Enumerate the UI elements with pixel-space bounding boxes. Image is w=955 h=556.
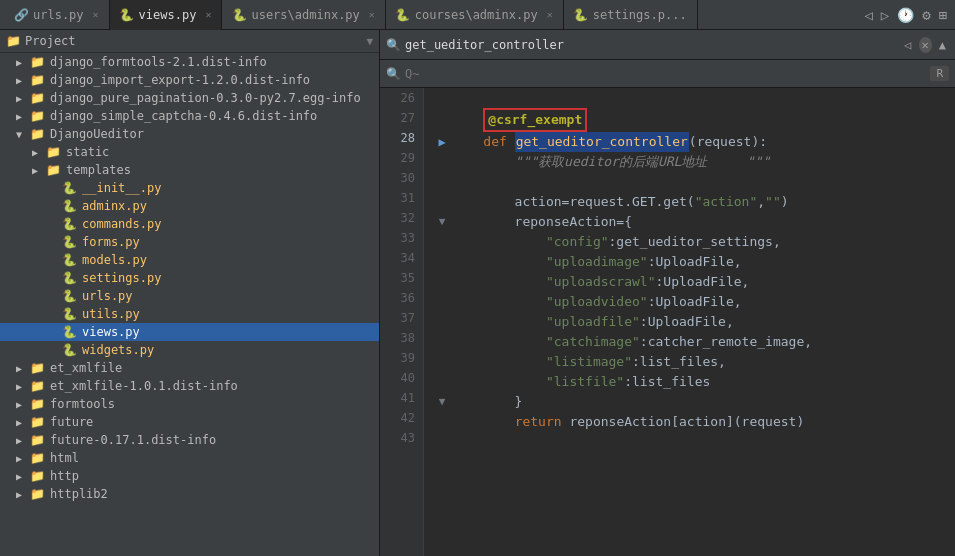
search-close-btn[interactable]: ✕ xyxy=(919,37,932,53)
code-line-28: ▶ def get_ueditor_controller(request): xyxy=(432,132,947,152)
tab-views-label: views.py xyxy=(139,8,197,22)
item-label: django_pure_pagination-0.3.0-py2.7.egg-i… xyxy=(50,91,379,105)
tab-urls-close[interactable]: ✕ xyxy=(93,9,99,20)
nav-back-btn[interactable]: ◁ xyxy=(862,5,874,25)
tab-settings-label: settings.p... xyxy=(593,8,687,22)
code-content[interactable]: @csrf_exempt ▶ def get_ueditor_controlle… xyxy=(424,88,955,556)
code-line-27: @csrf_exempt xyxy=(432,108,947,132)
folder-icon: 📁 xyxy=(30,451,46,465)
sidebar-item-django_formtools[interactable]: ▶ 📁 django_formtools-2.1.dist-info xyxy=(0,53,379,71)
sidebar-item-utils[interactable]: ▶ 🐍 utils.py xyxy=(0,305,379,323)
line-num-26: 26 xyxy=(388,88,415,108)
item-label: views.py xyxy=(82,325,379,339)
fn-name-highlight: get_ueditor_controller xyxy=(515,132,689,152)
line-num-40: 40 xyxy=(388,368,415,388)
line-num-41: 41 xyxy=(388,388,415,408)
line-num-31: 31 xyxy=(388,188,415,208)
py-file-icon: 🐍 xyxy=(62,307,78,321)
line-num-30: 30 xyxy=(388,168,415,188)
line-num-27: 27 xyxy=(388,108,415,128)
tab-users-adminx[interactable]: 🐍 users\adminx.py ✕ xyxy=(222,0,385,30)
settings-btn[interactable]: ⚙ xyxy=(920,5,932,25)
code-line-32: ▼ reponseAction={ xyxy=(432,212,947,232)
sidebar-item-settings[interactable]: ▶ 🐍 settings.py xyxy=(0,269,379,287)
replace-btn[interactable]: R xyxy=(930,66,949,81)
tab-actions: ◁ ▷ 🕐 ⚙ ⊞ xyxy=(862,5,955,25)
sidebar-settings-icon[interactable]: ▼ xyxy=(366,35,373,48)
item-label: django_simple_captcha-0.4.6.dist-info xyxy=(50,109,379,123)
sidebar-item-django_pure_pagination[interactable]: ▶ 📁 django_pure_pagination-0.3.0-py2.7.e… xyxy=(0,89,379,107)
sidebar-item-et_xmlfile[interactable]: ▶ 📁 et_xmlfile xyxy=(0,359,379,377)
item-label: httplib2 xyxy=(50,487,379,501)
folder-icon: 📁 xyxy=(30,109,46,123)
search-back-btn[interactable]: ◁ xyxy=(901,37,914,53)
search-up-btn[interactable]: ▲ xyxy=(936,37,949,53)
code-area[interactable]: 26 27 28 29 30 31 32 33 34 35 36 37 38 3… xyxy=(380,88,955,556)
recent-files-btn[interactable]: 🕐 xyxy=(895,5,916,25)
folder-icon: 📁 xyxy=(30,415,46,429)
sidebar-item-django_import_export[interactable]: ▶ 📁 django_import_export-1.2.0.dist-info xyxy=(0,71,379,89)
folder-icon: 📁 xyxy=(30,91,46,105)
sidebar-item-commands[interactable]: ▶ 🐍 commands.py xyxy=(0,215,379,233)
line-num-32: 32 xyxy=(388,208,415,228)
sidebar-item-formtools[interactable]: ▶ 📁 formtools xyxy=(0,395,379,413)
sidebar-item-future_dist[interactable]: ▶ 📁 future-0.17.1.dist-info xyxy=(0,431,379,449)
tab-courses-adminx-close[interactable]: ✕ xyxy=(547,9,553,20)
search-input[interactable] xyxy=(405,38,897,52)
code-line-30 xyxy=(432,172,947,192)
sidebar-item-urls[interactable]: ▶ 🐍 urls.py xyxy=(0,287,379,305)
item-label: et_xmlfile xyxy=(50,361,379,375)
sidebar-item-django_simple_captcha[interactable]: ▶ 📁 django_simple_captcha-0.4.6.dist-inf… xyxy=(0,107,379,125)
project-icon: 📁 xyxy=(6,34,21,48)
tab-users-adminx-label: users\adminx.py xyxy=(251,8,359,22)
sidebar-item-views[interactable]: ▶ 🐍 views.py xyxy=(0,323,379,341)
folder-icon: 📁 xyxy=(30,379,46,393)
urls-file-icon: 🔗 xyxy=(14,8,28,22)
py-file-icon: 🐍 xyxy=(62,325,78,339)
line-num-35: 35 xyxy=(388,268,415,288)
item-label: templates xyxy=(66,163,379,177)
sidebar-item-models[interactable]: ▶ 🐍 models.py xyxy=(0,251,379,269)
sidebar-item-et_xmlfile_dist[interactable]: ▶ 📁 et_xmlfile-1.0.1.dist-info xyxy=(0,377,379,395)
tab-views[interactable]: 🐍 views.py ✕ xyxy=(110,0,223,30)
code-line-36: "uploadvideo":UploadFile, xyxy=(432,292,947,312)
sidebar-item-init[interactable]: ▶ 🐍 __init__.py xyxy=(0,179,379,197)
folder-icon: 📁 xyxy=(30,397,46,411)
item-label: formtools xyxy=(50,397,379,411)
folder-icon: 📁 xyxy=(30,127,46,141)
tab-urls[interactable]: 🔗 urls.py ✕ xyxy=(4,0,110,30)
line-num-33: 33 xyxy=(388,228,415,248)
py-file-icon: 🐍 xyxy=(62,181,78,195)
sidebar-item-forms[interactable]: ▶ 🐍 forms.py xyxy=(0,233,379,251)
sidebar-item-templates[interactable]: ▶ 📁 templates xyxy=(0,161,379,179)
code-line-29: """获取ueditor的后端URL地址 """ xyxy=(432,152,947,172)
code-line-39: "listimage":list_files, xyxy=(432,352,947,372)
sidebar-item-future[interactable]: ▶ 📁 future xyxy=(0,413,379,431)
py-file-icon: 🐍 xyxy=(62,217,78,231)
item-label: commands.py xyxy=(82,217,379,231)
item-label: django_import_export-1.2.0.dist-info xyxy=(50,73,379,87)
sidebar-item-DjangoUeditor[interactable]: ▼ 📁 DjangoUeditor xyxy=(0,125,379,143)
sidebar-item-http[interactable]: ▶ 📁 http xyxy=(0,467,379,485)
tab-views-close[interactable]: ✕ xyxy=(205,9,211,20)
folder-icon: 📁 xyxy=(46,163,62,177)
code-line-42: return reponseAction[action](request) xyxy=(432,412,947,432)
item-label: html xyxy=(50,451,379,465)
tab-courses-adminx[interactable]: 🐍 courses\adminx.py ✕ xyxy=(386,0,564,30)
replace-input[interactable] xyxy=(405,67,926,81)
sidebar-item-adminx[interactable]: ▶ 🐍 adminx.py xyxy=(0,197,379,215)
line-num-43: 43 xyxy=(388,428,415,448)
sidebar-item-html[interactable]: ▶ 📁 html xyxy=(0,449,379,467)
layout-btn[interactable]: ⊞ xyxy=(937,5,949,25)
tab-users-adminx-close[interactable]: ✕ xyxy=(369,9,375,20)
nav-forward-btn[interactable]: ▷ xyxy=(879,5,891,25)
line-num-42: 42 xyxy=(388,408,415,428)
folder-icon: 📁 xyxy=(30,487,46,501)
tab-settings[interactable]: 🐍 settings.p... xyxy=(564,0,698,30)
sidebar-item-static[interactable]: ▶ 📁 static xyxy=(0,143,379,161)
sidebar-item-widgets[interactable]: ▶ 🐍 widgets.py xyxy=(0,341,379,359)
sidebar-header: 📁 Project ▼ xyxy=(0,30,379,53)
sidebar-item-httplib2[interactable]: ▶ 📁 httplib2 xyxy=(0,485,379,503)
users-adminx-file-icon: 🐍 xyxy=(232,8,246,22)
search-bar-1: 🔍 ◁ ✕ ▲ xyxy=(380,30,955,60)
